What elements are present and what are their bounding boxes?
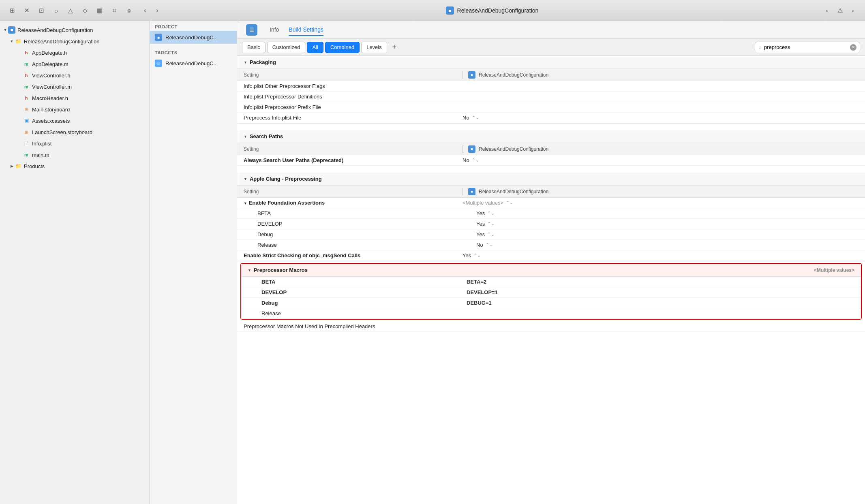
search-clear-button[interactable]: ✕ [850, 44, 856, 51]
section-title-preprocessor-macros[interactable]: ▼ Preprocessor Macros <Multiple values> [241, 264, 861, 277]
row-beta-assertion[interactable]: BETA Yes ⌃⌄ [237, 208, 865, 219]
row-infoplist-preproc-flags[interactable]: Info.plist Other Preprocessor Flags [237, 81, 865, 92]
section-apple-clang: ▼ Apple Clang - Preprocessing Setting ■ … [237, 173, 865, 261]
table-icon[interactable]: ▦ [94, 5, 105, 16]
row-value: BETA=2 [467, 279, 486, 285]
sidebar-item-label: Assets.xcassets [32, 118, 70, 124]
row-debug-macro[interactable]: Debug DEBUG=1 [241, 298, 861, 308]
middle-item-project[interactable]: ■ ReleaseAndDebugC... [150, 31, 237, 44]
warning-icon[interactable]: △ [65, 5, 76, 16]
sidebar-item-launchscreen[interactable]: ⊞ LaunchScreen.storyboard [0, 126, 150, 138]
x-icon[interactable]: ✕ [21, 5, 32, 16]
filter-levels-button[interactable]: Levels [361, 42, 387, 53]
row-develop-assertion[interactable]: DEVELOP Yes ⌃⌄ [237, 219, 865, 229]
titlebar-nav: ‹ › [139, 5, 163, 16]
filter-customized-button[interactable]: Customized [267, 42, 306, 53]
row-name: Preprocess Info.plist File [244, 115, 462, 121]
multiple-values-header: <Multiple values> [814, 267, 854, 273]
col-headers-apple-clang: Setting ■ ReleaseAndDebugConfiguration [237, 186, 865, 198]
col-value-icon3: ■ [468, 188, 475, 195]
row-beta-macro[interactable]: BETA BETA=2 [241, 277, 861, 287]
sidebar-item-appdelegate-m[interactable]: m AppDelegate.m [0, 58, 150, 70]
filter-basic-button[interactable]: Basic [242, 42, 265, 53]
project-section-header: PROJECT [150, 21, 237, 31]
row-preprocess-infoplist[interactable]: Preprocess Info.plist File No ⌃⌄ [237, 113, 865, 123]
middle-item-label: ReleaseAndDebugC... [165, 60, 218, 66]
folder-icon: 📁 [15, 38, 22, 45]
back-arrow-icon[interactable]: ‹ [821, 5, 833, 16]
row-name: Release [257, 242, 476, 248]
stepper-icon4: ⌃⌄ [473, 253, 481, 258]
section-title-packaging[interactable]: ▼ Packaging [237, 56, 865, 69]
sidebar-item-label: MacroHeader.h [32, 95, 68, 101]
filter-combined-button[interactable]: Combined [325, 42, 360, 53]
triangle-section-icon2: ▼ [244, 135, 247, 139]
row-debug-assertion[interactable]: Debug Yes ⌃⌄ [237, 229, 865, 240]
row-develop-macro[interactable]: DEVELOP DEVELOP=1 [241, 287, 861, 298]
section-preprocessor-macros-highlight: ▼ Preprocessor Macros <Multiple values> … [240, 263, 862, 320]
middle-item-target[interactable]: ◎ ReleaseAndDebugC... [150, 57, 237, 70]
stepper-icon: ⌃⌄ [486, 242, 493, 248]
sidebar-item-assets[interactable]: ▣ Assets.xcassets [0, 115, 150, 126]
m-file-icon: m [23, 60, 30, 68]
section-search-paths: ▼ Search Paths Setting ■ ReleaseAndDebug… [237, 130, 865, 166]
project-icon: ■ [8, 26, 15, 34]
section-title-label: Packaging [250, 59, 276, 65]
col-setting-label: Setting [244, 189, 462, 194]
section-title-search-paths[interactable]: ▼ Search Paths [237, 130, 865, 143]
bubble-icon[interactable]: ⌾ [123, 5, 135, 16]
middle-item-label: ReleaseAndDebugC... [165, 34, 218, 41]
row-strict-checking[interactable]: Enable Strict Checking of objc_msgSend C… [237, 250, 865, 261]
section-title-label: Apple Clang - Preprocessing [250, 176, 322, 182]
row-name: Info.plist Other Preprocessor Flags [244, 83, 462, 89]
build-content: ▼ Packaging Setting ■ ReleaseAndDebugCon… [237, 56, 865, 504]
sidebar-item-viewcontroller-h[interactable]: h ViewController.h [0, 70, 150, 81]
row-value: No ⌃⌄ [476, 242, 493, 248]
section-title-label: Search Paths [250, 133, 283, 139]
project-middle-icon: ■ [155, 34, 162, 41]
titlebar-right: ‹ ⚠ › [821, 5, 859, 16]
titlebar-icons: ⊞ ✕ ⊡ ⌕ △ ◇ ▦ ⌗ ⌾ [6, 5, 135, 16]
sidebar-item-main-storyboard[interactable]: ⊞ Main.storyboard [0, 104, 150, 115]
col-value-label3: ■ ReleaseAndDebugConfiguration [468, 188, 548, 195]
sidebar-item-appdelegate-h[interactable]: h AppDelegate.h [0, 47, 150, 58]
back-button[interactable]: ‹ [139, 5, 151, 16]
forward-arrow-icon[interactable]: › [847, 5, 859, 16]
row-infoplist-preproc-prefix[interactable]: Info.plist Preprocessor Prefix File [237, 102, 865, 113]
sidebar-item-main-m[interactable]: m main.m [0, 149, 150, 160]
row-always-search-user-paths[interactable]: Always Search User Paths (Deprecated) No… [237, 155, 865, 166]
row-preproc-macros-not-used[interactable]: Preprocessor Macros Not Used In Precompi… [237, 321, 865, 332]
row-name: BETA [257, 210, 476, 216]
row-release-macro[interactable]: Release [241, 308, 861, 319]
row-enable-foundation-assertions[interactable]: ▼Enable Foundation Assertions <Multiple … [237, 198, 865, 208]
search-input[interactable] [764, 44, 848, 50]
col-value-icon2: ■ [468, 145, 475, 153]
forward-button[interactable]: › [152, 5, 163, 16]
m-file-icon3: m [23, 151, 30, 158]
storyboard-icon2: ⊞ [23, 128, 30, 136]
warning-triangle-icon[interactable]: ⚠ [834, 5, 846, 16]
filter-all-button[interactable]: All [307, 42, 323, 53]
row-release-assertion[interactable]: Release No ⌃⌄ [237, 240, 865, 250]
sidebar-item-products[interactable]: ▶ 📁 Products [0, 160, 150, 172]
scope-icon[interactable]: ⊡ [36, 5, 47, 16]
sidebar-item-root-project[interactable]: ▼ ■ ReleaseAndDebugConfiguration [0, 24, 150, 36]
grid-icon[interactable]: ⊞ [6, 5, 18, 16]
plist-icon: 📄 [23, 140, 30, 147]
sidebar-item-viewcontroller-m[interactable]: m ViewController.m [0, 81, 150, 92]
sidebar-item-subfolder[interactable]: ▼ 📁 ReleaseAndDebugConfiguration [0, 36, 150, 47]
tab-build-settings[interactable]: Build Settings [289, 24, 323, 36]
target-middle-icon: ◎ [155, 60, 162, 67]
tab-info[interactable]: Info [270, 24, 279, 36]
sidebar-item-info-plist[interactable]: 📄 Info.plist [0, 138, 150, 149]
search-icon[interactable]: ⌕ [50, 5, 62, 16]
multiple-values: <Multiple values> [462, 200, 503, 206]
tag-icon[interactable]: ⌗ [109, 5, 120, 16]
diamond-icon[interactable]: ◇ [79, 5, 91, 16]
add-setting-button[interactable]: + [389, 42, 400, 53]
search-icon2: ⌕ [758, 44, 762, 50]
row-infoplist-preproc-defs[interactable]: Info.plist Preprocessor Definitions [237, 92, 865, 102]
section-title-apple-clang[interactable]: ▼ Apple Clang - Preprocessing [237, 173, 865, 186]
targets-section-header: TARGETS [150, 47, 237, 57]
sidebar-item-macroheader-h[interactable]: h MacroHeader.h [0, 92, 150, 104]
